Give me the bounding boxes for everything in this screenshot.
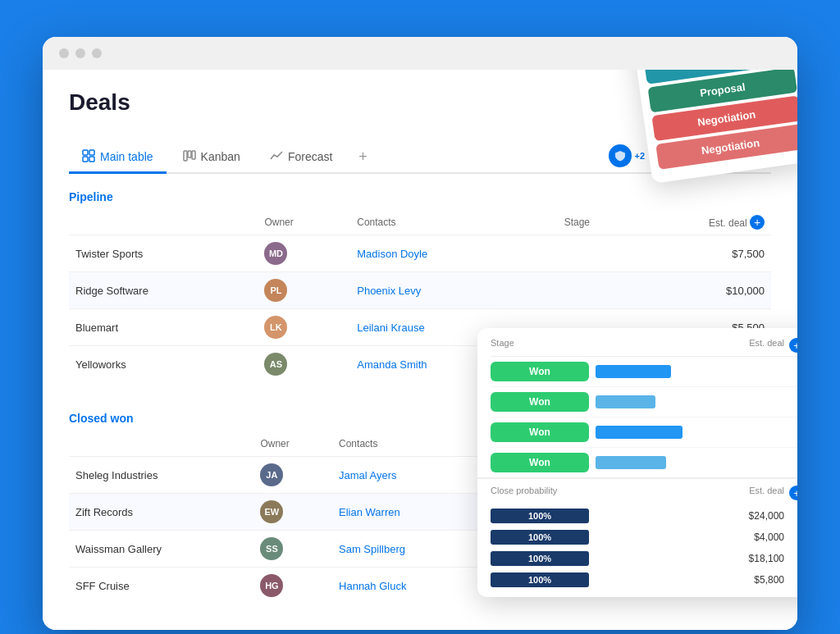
contact-hannah[interactable]: Hannah Gluck <box>339 580 406 592</box>
svg-rect-2 <box>83 157 88 162</box>
avatar-jamal: JA <box>260 463 283 486</box>
won-est-col: Est. deal <box>710 338 784 353</box>
browser-window: Stage Qualified Proposal Negotiation Neg… <box>43 37 797 630</box>
kanban-icon <box>183 149 196 165</box>
tab-kanban-label: Kanban <box>201 150 240 163</box>
tab-main-table[interactable]: Main table <box>69 143 167 174</box>
prob-bar-2: 100% <box>491 551 589 566</box>
won-badge-3: Won <box>491 453 589 472</box>
tab-add-button[interactable]: + <box>349 142 377 172</box>
pipeline-row-3-name: Yelloworks <box>69 346 258 383</box>
closed-row-1-name: Zift Records <box>69 494 253 531</box>
forecast-stage-popup: Stage Qualified Proposal Negotiation Neg… <box>632 70 797 184</box>
contact-leilani[interactable]: Leilani Krause <box>357 322 424 334</box>
pipeline-col-est: Est. deal + <box>619 210 771 235</box>
contact-phoenix[interactable]: Phoenix Levy <box>357 285 421 297</box>
avatar-amanda: AS <box>264 353 287 376</box>
pipeline-label: Pipeline <box>69 190 771 203</box>
pipeline-row-1-name: Ridge Software <box>69 272 258 309</box>
svg-rect-0 <box>83 150 88 155</box>
prob-est-3: $5,800 <box>710 574 784 586</box>
avatar-madison: MD <box>264 242 287 265</box>
won-badge-0: Won <box>491 362 589 381</box>
avatar-hannah: HG <box>260 574 283 597</box>
browser-content: Stage Qualified Proposal Negotiation Neg… <box>43 70 797 630</box>
tab-forecast[interactable]: Forecast <box>257 143 345 174</box>
closed-row-3-name: SFF Cruise <box>69 568 253 604</box>
table-icon <box>82 149 95 165</box>
add-prob-col-btn[interactable]: + <box>789 486 797 500</box>
prob-est-2: $18,100 <box>710 553 784 564</box>
tab-kanban[interactable]: Kanban <box>170 143 253 174</box>
contact-jamal[interactable]: Jamal Ayers <box>339 469 397 481</box>
avatar-phoenix: PL <box>264 279 287 302</box>
contact-madison[interactable]: Madison Doyle <box>357 248 427 260</box>
pipeline-col-stage: Stage <box>534 210 619 235</box>
closed-col-name <box>69 431 253 457</box>
pipeline-row-2-name: Bluemart <box>69 309 258 346</box>
prob-est-0: $24,000 <box>710 510 784 522</box>
pipeline-row-1-est: $10,000 <box>619 272 771 309</box>
pipeline-col-name <box>69 210 258 235</box>
contact-elian[interactable]: Elian Warren <box>339 506 400 518</box>
pipeline-row-0-est: $7,500 <box>619 235 771 272</box>
pipeline-col-owner: Owner <box>258 210 350 235</box>
add-won-col-btn[interactable]: + <box>789 338 797 353</box>
browser-bar <box>43 37 797 70</box>
svg-rect-1 <box>89 150 94 155</box>
prob-est-1: $4,000 <box>710 531 784 543</box>
svg-rect-3 <box>89 157 94 162</box>
shield-badge <box>609 144 632 167</box>
won-stage-col: Stage <box>491 338 589 353</box>
avatar-leilani: LK <box>264 316 287 339</box>
pipeline-col-contacts: Contacts <box>350 210 534 235</box>
won-stage-popup: Stage Est. deal + Won Won <box>477 328 797 597</box>
closed-col-contacts: Contacts <box>332 431 482 457</box>
closed-col-owner: Owner <box>253 431 332 457</box>
won-badge-1: Won <box>491 392 589 412</box>
add-pipeline-col-btn[interactable]: + <box>750 215 765 230</box>
browser-dot-2 <box>75 48 85 58</box>
contact-sam[interactable]: Sam Spillberg <box>339 543 405 555</box>
contact-amanda[interactable]: Amanda Smith <box>357 358 427 371</box>
svg-rect-4 <box>184 151 187 161</box>
closed-row-0-name: Sheleg Industries <box>69 457 253 494</box>
badge-count: +2 <box>635 151 646 161</box>
browser-dot-3 <box>92 48 102 58</box>
badge-group: +2 <box>609 144 646 167</box>
tab-main-table-label: Main table <box>100 150 153 163</box>
svg-rect-6 <box>192 151 195 159</box>
forecast-icon <box>270 149 283 165</box>
won-badge-2: Won <box>491 422 589 442</box>
prob-bar-3: 100% <box>491 572 589 587</box>
pipeline-row-0-name: Twister Sports <box>69 235 258 272</box>
browser-dot-1 <box>59 48 69 58</box>
pipeline-row-1: Ridge Software PL Phoenix Levy $10,000 <box>69 272 771 309</box>
prob-bar-0: 100% <box>491 509 589 523</box>
tab-forecast-label: Forecast <box>288 150 332 163</box>
cursor-icon <box>705 70 732 71</box>
est-deal-col-header: Est. deal <box>710 486 784 500</box>
prob-col-header: Close probability <box>491 486 589 500</box>
prob-bar-1: 100% <box>491 530 589 545</box>
pipeline-row-0: Twister Sports MD Madison Doyle $7,500 <box>69 235 771 272</box>
avatar-elian: EW <box>260 500 283 523</box>
avatar-sam: SS <box>260 537 283 560</box>
closed-row-2-name: Waissman Gallery <box>69 531 253 568</box>
svg-rect-5 <box>188 151 191 157</box>
page-title: Deals <box>69 89 130 116</box>
